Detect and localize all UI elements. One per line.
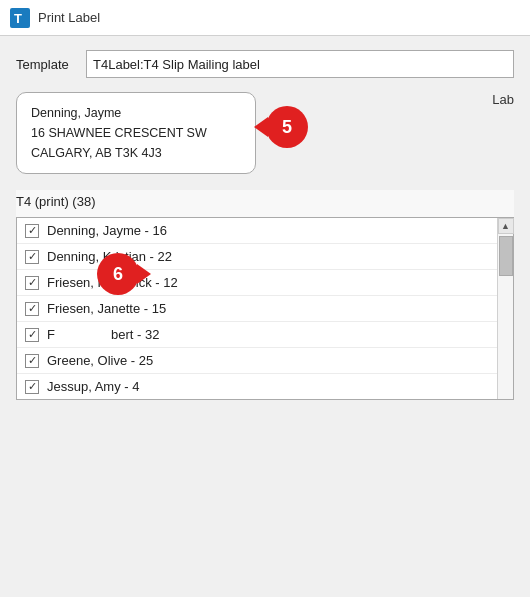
scrollbar[interactable]: ▲ [497,218,513,399]
list-items: Denning, Jayme - 16 Denning, Kristian - … [17,218,497,399]
list-item[interactable]: F 6 bert - 32 [17,322,497,348]
window-title: Print Label [38,10,100,25]
checkbox-7[interactable] [25,380,39,394]
list-item-label: Greene, Olive - 25 [47,353,153,368]
checkbox-4[interactable] [25,302,39,316]
checkbox-5[interactable] [25,328,39,342]
template-row: Template [16,50,514,78]
template-label: Template [16,57,76,72]
app-icon: T [10,8,30,28]
list-header: T4 (print) (38) [16,190,514,213]
list-item-label: Jessup, Amy - 4 [47,379,139,394]
address-line2: 16 SHAWNEE CRESCENT SW [31,123,241,143]
list-section: T4 (print) (38) Denning, Jayme - 16 Denn… [16,190,514,400]
list-item[interactable]: Jessup, Amy - 4 [17,374,497,399]
address-line1: Denning, Jayme [31,103,241,123]
content-area: Template Denning, Jayme 16 SHAWNEE CRESC… [0,36,530,414]
template-input[interactable] [86,50,514,78]
scroll-up-button[interactable]: ▲ [498,218,514,234]
badge-5: 5 [266,106,308,148]
list-item-label-suffix: bert - 32 [111,327,159,342]
list-item[interactable]: Friesen, Frederick - 12 [17,270,497,296]
address-line3: CALGARY, AB T3K 4J3 [31,143,241,163]
list-item[interactable]: Denning, Jayme - 16 [17,218,497,244]
scroll-thumb[interactable] [499,236,513,276]
list-item-label: F [47,327,55,342]
checkbox-1[interactable] [25,224,39,238]
list-item[interactable]: Denning, Kristian - 22 [17,244,497,270]
title-bar: T Print Label [0,0,530,36]
svg-text:T: T [14,11,22,26]
checkbox-6[interactable] [25,354,39,368]
label-col-header: Lab [492,92,514,107]
list-item-label: Friesen, Janette - 15 [47,301,166,316]
list-container: Denning, Jayme - 16 Denning, Kristian - … [16,217,514,400]
list-item[interactable]: Greene, Olive - 25 [17,348,497,374]
list-item[interactable]: Friesen, Janette - 15 [17,296,497,322]
list-item-label: Denning, Jayme - 16 [47,223,167,238]
badge-6: 6 [97,253,139,295]
checkbox-3[interactable] [25,276,39,290]
address-preview: Denning, Jayme 16 SHAWNEE CRESCENT SW CA… [16,92,256,174]
checkbox-2[interactable] [25,250,39,264]
